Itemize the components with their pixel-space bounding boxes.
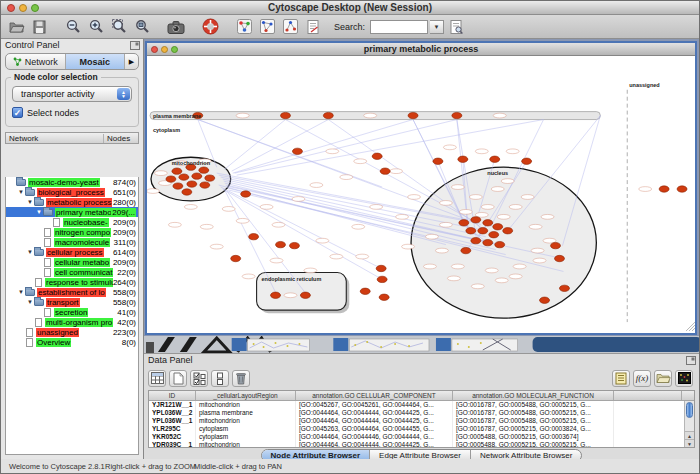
- tree-row[interactable]: nucleobase-209(0): [6, 217, 138, 227]
- network-node[interactable]: [471, 217, 481, 223]
- scrollbar-thumb[interactable]: [686, 402, 693, 418]
- network-node[interactable]: [199, 167, 209, 173]
- scroll-up-button[interactable]: ▲: [685, 431, 694, 439]
- network-node[interactable]: [182, 189, 192, 195]
- float-panel-button[interactable]: [686, 356, 696, 367]
- annotations-button[interactable]: [303, 16, 324, 37]
- function-builder-button[interactable]: f(x): [633, 370, 651, 387]
- network-node[interactable]: [205, 175, 215, 181]
- network-node[interactable]: [179, 174, 189, 180]
- tree-row[interactable]: nitrogen compo209(0): [6, 227, 138, 237]
- network-node[interactable]: [522, 158, 532, 164]
- network-node[interactable]: [379, 294, 389, 300]
- network-node[interactable]: [466, 228, 476, 234]
- float-panel-button[interactable]: [130, 41, 140, 52]
- network-node[interactable]: [461, 247, 471, 253]
- help-button[interactable]: [200, 16, 221, 37]
- minimize-button[interactable]: [19, 4, 27, 12]
- network-node[interactable]: [377, 276, 387, 282]
- network-node[interactable]: [659, 186, 669, 192]
- network-node[interactable]: [276, 241, 286, 247]
- background-window-icon[interactable]: [333, 338, 348, 351]
- network-node[interactable]: [490, 156, 500, 162]
- network-node[interactable]: [483, 220, 493, 226]
- column-header[interactable]: _cellularLayoutRegion: [196, 391, 296, 400]
- zoom-in-button[interactable]: [86, 16, 107, 37]
- network-node[interactable]: [459, 220, 469, 226]
- expand-arrow-icon[interactable]: ▼: [26, 199, 34, 205]
- node-color-dropdown[interactable]: transporter activity ▲▼: [12, 86, 132, 102]
- background-window-bar[interactable]: [533, 337, 699, 352]
- network-node[interactable]: [231, 255, 241, 261]
- network-node[interactable]: [173, 183, 183, 189]
- table-row[interactable]: YKR052Ccytoplasm[GO:0044464, GO:0044446,…: [149, 433, 694, 441]
- tree-row[interactable]: ▼primary metabo209(...: [6, 207, 138, 217]
- tree-row[interactable]: ▼cellular process614(0): [6, 247, 138, 257]
- column-network[interactable]: Network: [6, 134, 104, 143]
- network-node[interactable]: [380, 168, 390, 174]
- zoom-fit-button[interactable]: [109, 16, 130, 37]
- select-attributes-button[interactable]: [190, 370, 208, 387]
- network-canvas[interactable]: plasma membrane cytoplasm mitochondrion …: [147, 56, 695, 333]
- matrix-view-button[interactable]: [675, 370, 693, 387]
- import-attributes-button[interactable]: [654, 370, 672, 387]
- table-row[interactable]: YPL036W__1mitochondrion[GO:0044464, GO:0…: [149, 417, 694, 425]
- import-list-button[interactable]: [612, 370, 630, 387]
- network-node[interactable]: [289, 242, 299, 248]
- network-node[interactable]: [540, 297, 550, 303]
- tab-overflow-button[interactable]: ▶: [125, 54, 138, 69]
- tree-row[interactable]: unassigned223(0): [6, 327, 138, 337]
- network-node[interactable]: [249, 234, 259, 240]
- zoom-button[interactable]: [31, 4, 39, 12]
- search-input[interactable]: [370, 20, 428, 34]
- new-attribute-button[interactable]: [169, 370, 187, 387]
- tree-row[interactable]: ▼transport558(0): [6, 297, 138, 307]
- network-node[interactable]: [281, 112, 291, 118]
- expand-arrow-icon[interactable]: ▼: [26, 249, 34, 255]
- network-node[interactable]: [292, 148, 302, 154]
- tree-row[interactable]: cell communicat22(0): [6, 267, 138, 277]
- network-node[interactable]: [551, 242, 561, 248]
- network-node[interactable]: [372, 153, 382, 159]
- attribute-select-button[interactable]: [148, 370, 166, 387]
- network-node[interactable]: [478, 228, 488, 234]
- network-node[interactable]: [271, 292, 281, 298]
- network-node[interactable]: [483, 239, 493, 245]
- tree-row[interactable]: mosaic-demo-yeast874(0): [6, 177, 138, 187]
- column-header[interactable]: annotation.GO MOLECULAR_FUNCTION: [453, 391, 614, 400]
- zoom-button[interactable]: [171, 46, 178, 53]
- network-node[interactable]: [323, 112, 333, 118]
- network-node[interactable]: [408, 112, 418, 118]
- table-row[interactable]: YPL036W__2plasma membrane[GO:0044464, GO…: [149, 409, 694, 417]
- network-node[interactable]: [503, 228, 513, 234]
- close-button[interactable]: [7, 4, 15, 12]
- window-titlebar[interactable]: Cytoscape Desktop (New Session): [1, 1, 699, 15]
- network-node[interactable]: [452, 112, 462, 118]
- network-node[interactable]: [677, 186, 687, 192]
- expand-arrow-icon[interactable]: ▼: [17, 289, 25, 295]
- expand-arrow-icon[interactable]: ▼: [17, 189, 25, 195]
- search-options-button[interactable]: [446, 16, 467, 37]
- tab-mosaic[interactable]: Mosaic: [66, 54, 126, 69]
- network-node[interactable]: [458, 156, 468, 162]
- tree-row[interactable]: secretion41(0): [6, 307, 138, 317]
- save-button[interactable]: [29, 16, 50, 37]
- table-scrollbar[interactable]: ▲ ▼: [684, 401, 694, 447]
- zoom-out-button[interactable]: [63, 16, 84, 37]
- scroll-down-button[interactable]: ▼: [685, 439, 694, 447]
- network-node[interactable]: [360, 288, 370, 294]
- tree-row[interactable]: response to stimulu264(0): [6, 277, 138, 287]
- tree-row[interactable]: ▼biological_process651(0): [6, 187, 138, 197]
- network-node[interactable]: [555, 255, 565, 261]
- snapshot-button[interactable]: [166, 16, 187, 37]
- column-header[interactable]: annotation.GO CELLULAR_COMPONENT: [296, 391, 453, 400]
- tree-row[interactable]: Overview8(0): [6, 337, 138, 347]
- unselect-attributes-button[interactable]: [211, 370, 229, 387]
- network-node[interactable]: [300, 292, 310, 298]
- select-first-neighbors-button[interactable]: [257, 16, 278, 37]
- network-node[interactable]: [187, 181, 197, 187]
- background-window-icon[interactable]: [232, 338, 247, 351]
- column-header[interactable]: ID: [149, 391, 196, 400]
- network-node[interactable]: [172, 168, 182, 174]
- close-button[interactable]: [151, 46, 158, 53]
